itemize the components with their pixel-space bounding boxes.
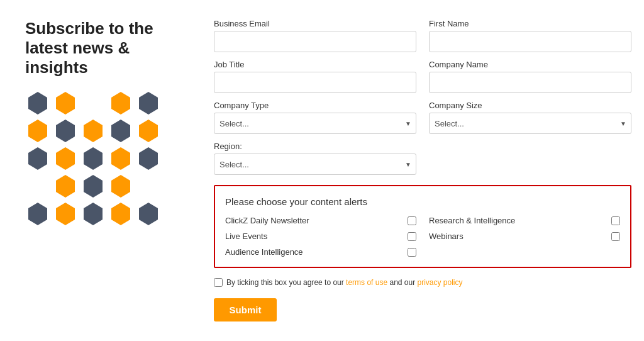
alert-checkbox-live-events[interactable]	[408, 232, 416, 241]
alert-checkbox-research[interactable]	[611, 216, 620, 225]
first-name-label: First Name	[429, 19, 631, 28]
alert-item-webinars: Webinars	[429, 232, 620, 241]
form-row-4: Region: Select...	[214, 142, 631, 175]
company-name-input[interactable]	[429, 72, 631, 93]
company-type-label: Company Type	[214, 101, 416, 110]
form-group-company-size: Company Size Select...	[429, 101, 631, 134]
alert-label-audience: Audience Intelligence	[225, 247, 401, 257]
mosaic-cell	[80, 91, 106, 116]
terms-between: and our	[387, 278, 417, 287]
terms-text: By ticking this box you agree to our ter…	[226, 278, 463, 287]
company-type-select-wrapper: Select...	[214, 113, 416, 134]
alert-item-audience: Audience Intelligence	[225, 247, 416, 257]
mosaic-cell	[108, 146, 133, 171]
alert-item-empty	[429, 247, 620, 257]
page-heading: Subscribe to the latest news & insights	[25, 19, 189, 78]
company-size-label: Company Size	[429, 101, 631, 110]
alerts-grid: ClickZ Daily Newsletter Research & Intel…	[225, 216, 620, 257]
region-select[interactable]: Select...	[214, 154, 416, 175]
mosaic-cell	[53, 91, 78, 116]
job-title-input[interactable]	[214, 72, 416, 93]
mosaic-cell	[25, 201, 50, 226]
mosaic-cell	[25, 146, 50, 171]
form-group-business-email: Business Email	[214, 19, 416, 52]
terms-before: By ticking this box you agree to our	[226, 278, 346, 287]
company-size-select-wrapper: Select...	[429, 113, 631, 134]
alert-checkbox-webinars[interactable]	[611, 232, 620, 241]
job-title-label: Job Title	[214, 60, 416, 69]
form-group-first-name: First Name	[429, 19, 631, 52]
alert-label-live-events: Live Events	[225, 232, 401, 241]
content-alerts-title: Please choose your content alerts	[225, 196, 620, 207]
mosaic-cell	[53, 201, 78, 226]
mosaic-cell	[80, 146, 106, 171]
mosaic-cell	[108, 91, 133, 116]
form-panel: Business Email First Name Job Title Comp…	[214, 19, 631, 322]
form-group-company-type: Company Type Select...	[214, 101, 416, 134]
mosaic-cell	[25, 118, 50, 143]
mosaic-cell	[136, 118, 161, 143]
content-alerts-box: Please choose your content alerts ClickZ…	[214, 185, 631, 268]
mosaic-cell	[108, 118, 133, 143]
mosaic-cell	[108, 201, 133, 226]
form-row-1: Business Email First Name	[214, 19, 631, 52]
page-container: Subscribe to the latest news & insights	[0, 0, 644, 341]
terms-row: By ticking this box you agree to our ter…	[214, 278, 631, 287]
alert-checkbox-audience[interactable]	[408, 248, 416, 257]
submit-row: Submit	[214, 294, 631, 321]
alert-label-webinars: Webinars	[429, 232, 605, 241]
business-email-input[interactable]	[214, 31, 416, 52]
alert-item-live-events: Live Events	[225, 232, 416, 241]
mosaic-cell	[80, 201, 106, 226]
region-select-wrapper: Select...	[214, 154, 416, 175]
mosaic-cell	[80, 118, 106, 143]
mosaic-cell	[25, 174, 50, 199]
alert-item-clickz: ClickZ Daily Newsletter	[225, 216, 416, 225]
mosaic-cell	[136, 146, 161, 171]
form-group-spacer	[429, 142, 631, 175]
company-size-select[interactable]: Select...	[429, 113, 631, 134]
mosaic-cell	[136, 91, 161, 116]
mosaic-decoration	[25, 91, 164, 229]
mosaic-cell	[53, 118, 78, 143]
first-name-input[interactable]	[429, 31, 631, 52]
submit-button[interactable]: Submit	[214, 298, 277, 321]
mosaic-cell	[136, 174, 161, 199]
left-panel: Subscribe to the latest news & insights	[25, 19, 189, 322]
company-name-label: Company Name	[429, 60, 631, 69]
terms-checkbox[interactable]	[214, 278, 223, 287]
company-type-select[interactable]: Select...	[214, 113, 416, 134]
mosaic-cell	[80, 174, 106, 199]
form-group-job-title: Job Title	[214, 60, 416, 93]
alert-label-clickz: ClickZ Daily Newsletter	[225, 216, 401, 225]
alert-item-research: Research & Intelligence	[429, 216, 620, 225]
form-group-region: Region: Select...	[214, 142, 416, 175]
business-email-label: Business Email	[214, 19, 416, 28]
form-group-company-name: Company Name	[429, 60, 631, 93]
terms-link[interactable]: terms of use	[346, 278, 387, 287]
mosaic-cell	[53, 174, 78, 199]
region-label: Region:	[214, 142, 416, 151]
mosaic-cell	[136, 201, 161, 226]
form-row-3: Company Type Select... Company Size Sele…	[214, 101, 631, 134]
alert-label-research: Research & Intelligence	[429, 216, 605, 225]
privacy-link[interactable]: privacy policy	[418, 278, 463, 287]
form-row-2: Job Title Company Name	[214, 60, 631, 93]
mosaic-cell	[108, 174, 133, 199]
mosaic-cell	[25, 91, 50, 116]
alert-checkbox-clickz[interactable]	[408, 216, 416, 225]
mosaic-cell	[53, 146, 78, 171]
